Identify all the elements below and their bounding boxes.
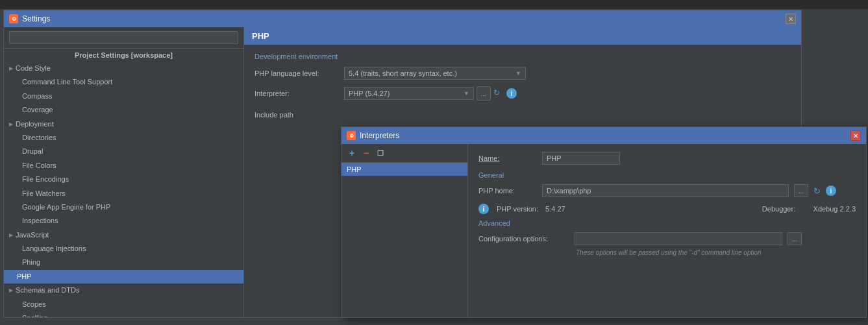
sidebar-item-file-colors-label: File Colors (22, 161, 56, 171)
interpreters-dialog-close-button[interactable]: ✕ (850, 130, 861, 141)
content-header: PHP (244, 27, 801, 45)
php-home-ellipsis-button[interactable]: ... (794, 184, 808, 197)
interpreter-info-icon[interactable]: i (506, 88, 517, 99)
sidebar-item-directories-label: Directories (22, 133, 56, 143)
sidebar-item-scopes[interactable]: Scopes (4, 298, 243, 311)
config-hint-text: These options will be passed using the "… (576, 249, 856, 256)
php-lang-level-dropdown-arrow-icon: ▼ (515, 70, 521, 77)
php-version-value: 5.4.27 (545, 205, 565, 213)
sidebar-item-scopes-label: Scopes (22, 300, 46, 309)
sidebar-item-drupal-label: Drupal (22, 147, 43, 156)
sidebar-item-phing-label: Phing (22, 258, 40, 267)
php-home-label: PHP home: (478, 187, 537, 195)
sidebar-item-language-injections-label: Language Injections (22, 244, 86, 254)
interpreters-details-panel: Name: General PHP home: ... ↻ i i (468, 144, 866, 317)
settings-window-title: Settings (22, 14, 50, 23)
search-box (4, 27, 243, 49)
sidebar-item-google-app-engine[interactable]: Google App Engine for PHP (4, 200, 243, 214)
php-version-text: PHP version: 5.4.27 (497, 205, 565, 213)
php-lang-level-row: PHP language level: 5.4 (traits, short a… (254, 67, 791, 80)
config-options-ellipsis-button[interactable]: ... (787, 232, 802, 245)
config-options-label: Configuration options: (478, 235, 569, 243)
interpreter-name-row: Name: (478, 152, 856, 165)
version-info-icon: i (478, 204, 489, 214)
interpreters-list-panel: + − ❐ PHP (341, 144, 468, 317)
sidebar-item-schemas-dtds[interactable]: ▶ Schemas and DTDs (4, 283, 243, 297)
config-options-input[interactable] (575, 232, 782, 245)
interpreters-dialog-body: + − ❐ PHP Name: General PHP home: (341, 144, 866, 317)
settings-window-icon: ⚙ (9, 14, 18, 23)
sidebar-item-compass[interactable]: Compass (4, 90, 243, 103)
dev-environment-label: Development environment (254, 53, 791, 60)
sidebar-item-javascript-label: JavaScript (16, 230, 49, 240)
interpreter-list: PHP (341, 163, 467, 317)
interpreters-dialog: ⚙ Interpreters ✕ + − ❐ PHP Name: (341, 126, 867, 318)
sidebar-item-spelling-label: Spelling (22, 313, 47, 317)
interpreter-value: PHP (5.4.27) (349, 90, 390, 97)
interpreter-ellipsis-button[interactable]: ... (477, 86, 491, 101)
sidebar-item-deployment-label: Deployment (16, 119, 54, 129)
sidebar-item-php-label: PHP (17, 272, 32, 282)
interpreter-dropdown-arrow-icon: ▼ (464, 90, 469, 97)
schemas-dtds-arrow-icon: ▶ (9, 287, 13, 294)
include-path-row: Include path (254, 107, 791, 119)
sidebar-item-schemas-dtds-label: Schemas and DTDs (16, 285, 79, 295)
interpreter-select[interactable]: PHP (5.4.27) ▼ (344, 87, 474, 100)
sidebar-item-php[interactable]: PHP (4, 270, 243, 283)
interpreters-dialog-title: Interpreters (360, 131, 399, 140)
add-interpreter-button[interactable]: + (345, 147, 358, 160)
sidebar-item-code-style-label: Code Style (16, 64, 51, 73)
interpreter-label: Interpreter: (254, 90, 339, 97)
sidebar-item-coverage[interactable]: Coverage (4, 103, 243, 117)
interpreters-titlebar: ⚙ Interpreters ✕ (341, 127, 866, 144)
sidebar-item-file-watchers-label: File Watchers (22, 189, 66, 199)
sidebar-item-inspections-label: Inspections (22, 216, 58, 226)
sidebar-item-coverage-label: Coverage (22, 105, 53, 115)
deployment-arrow-icon: ▶ (9, 121, 13, 128)
interpreter-list-item-php-label: PHP (347, 165, 362, 173)
php-lang-level-select[interactable]: 5.4 (traits, short array syntax, etc.) ▼ (344, 67, 526, 80)
php-version-prefix: PHP version: (497, 205, 538, 213)
remove-interpreter-button[interactable]: − (360, 147, 373, 160)
sidebar-section-header: Project Settings [workspace] (4, 49, 243, 62)
php-lang-level-value: 5.4 (traits, short array syntax, etc.) (349, 69, 457, 77)
advanced-section-label: Advanced (478, 219, 856, 227)
sidebar-item-directories[interactable]: Directories (4, 131, 243, 145)
search-input[interactable] (9, 31, 238, 44)
sidebar-item-code-style[interactable]: ▶ Code Style (4, 62, 243, 75)
sidebar-item-javascript[interactable]: ▶ JavaScript (4, 228, 243, 242)
php-home-input[interactable] (542, 184, 789, 197)
general-section-label: General (478, 171, 856, 179)
code-style-arrow-icon: ▶ (9, 65, 13, 72)
sidebar-item-compass-label: Compass (22, 91, 52, 101)
settings-close-button[interactable]: ✕ (786, 14, 796, 24)
php-home-refresh-icon[interactable]: ↻ (813, 186, 821, 196)
sidebar-item-spelling[interactable]: Spelling (4, 311, 243, 317)
sidebar-item-phing[interactable]: Phing (4, 256, 243, 269)
sidebar-item-cmd-line[interactable]: Command Line Tool Support (4, 75, 243, 89)
interpreters-toolbar: + − ❐ (341, 144, 467, 163)
php-home-row: PHP home: ... ↻ i (478, 184, 856, 197)
sidebar-item-file-watchers[interactable]: File Watchers (4, 187, 243, 200)
sidebar-item-inspections[interactable]: Inspections (4, 214, 243, 228)
interpreter-row: Interpreter: PHP (5.4.27) ▼ ... ↻ i (254, 86, 791, 101)
sidebar-item-file-encodings[interactable]: File Encodings (4, 173, 243, 186)
version-debugger-row: i PHP version: 5.4.27 Debugger: Xdebug 2… (478, 204, 856, 214)
debugger-label: Debugger: (762, 205, 795, 213)
interpreter-name-label: Name: (478, 154, 537, 162)
sidebar-item-deployment[interactable]: ▶ Deployment (4, 117, 243, 131)
settings-titlebar: ⚙ Settings ✕ (4, 10, 801, 27)
sidebar-item-file-colors[interactable]: File Colors (4, 159, 243, 173)
sidebar-item-file-encodings-label: File Encodings (22, 175, 69, 184)
sidebar-item-cmd-line-label: Command Line Tool Support (22, 77, 112, 87)
interpreter-list-item-php[interactable]: PHP (341, 163, 467, 176)
sidebar-item-drupal[interactable]: Drupal (4, 145, 243, 158)
debugger-value: Xdebug 2.2.3 (813, 205, 856, 213)
interpreter-refresh-icon[interactable]: ↻ (493, 88, 504, 99)
copy-interpreter-button[interactable]: ❐ (374, 147, 387, 160)
sidebar-item-language-injections[interactable]: Language Injections (4, 242, 243, 256)
interpreter-name-input[interactable] (542, 152, 620, 165)
php-lang-level-label: PHP language level: (254, 69, 339, 77)
javascript-arrow-icon: ▶ (9, 232, 13, 239)
php-home-info-icon[interactable]: i (826, 186, 836, 196)
